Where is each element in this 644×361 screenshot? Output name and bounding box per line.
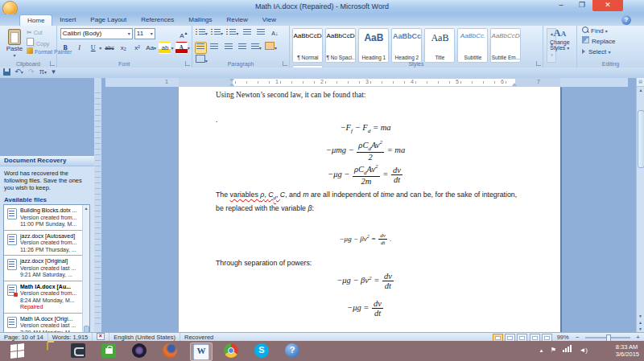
text-highlight-button[interactable]: ab [159, 42, 171, 54]
font-size-select[interactable]: 11▾ [134, 28, 155, 39]
underline-dropdown-icon[interactable]: ▾ [99, 46, 101, 51]
close-button[interactable]: ✕ [592, 0, 623, 11]
highlight-dropdown-icon[interactable]: ▾ [171, 46, 173, 51]
font-family-select[interactable]: Calibri (Body)▾ [60, 28, 133, 39]
style-subtitle[interactable]: AaBbCc.Subtitle [457, 28, 488, 63]
subscript-button[interactable]: x₂ [118, 42, 130, 54]
paste-button[interactable]: Paste ▾ [2, 27, 27, 64]
network-signal-icon[interactable] [563, 345, 572, 354]
redo-button[interactable]: ↷ [27, 68, 36, 77]
tab-home[interactable]: Home [19, 14, 52, 27]
horizontal-ruler[interactable]: 1 1 2 3 4 5 6 7 [105, 78, 628, 87]
list-item[interactable]: jazz.docx [Autosaved] Version created fr… [4, 231, 89, 256]
copy-button[interactable]: Copy [27, 38, 59, 47]
increase-indent-button[interactable] [255, 27, 267, 39]
line-spacing-button[interactable]: ▾ [250, 42, 262, 54]
justify-button[interactable] [236, 42, 248, 54]
font-color-button[interactable]: A [175, 42, 188, 54]
find-button[interactable]: Find ▾ [577, 26, 644, 36]
show-hidden-icons[interactable]: ▲ [539, 348, 544, 353]
skype-icon [254, 343, 269, 358]
help-icon[interactable]: ? [621, 15, 631, 25]
clipboard-dialog-launcher[interactable] [50, 61, 55, 66]
replace-button[interactable]: Replace [577, 36, 644, 47]
tor-browser-button[interactable] [129, 343, 150, 359]
tab-page-layout[interactable]: Page Layout [83, 14, 134, 26]
bullets-button[interactable]: ▾ [195, 27, 208, 39]
next-page-icon[interactable]: ▼ [637, 326, 644, 332]
decrease-indent-button[interactable] [241, 27, 253, 39]
paragraph-dialog-launcher[interactable] [283, 61, 287, 66]
restore-button[interactable]: ❐ [572, 0, 592, 11]
first-line-indent-marker[interactable] [229, 79, 234, 82]
start-button[interactable] [6, 343, 27, 359]
hanging-indent-marker[interactable] [229, 83, 234, 86]
right-indent-marker[interactable] [512, 83, 517, 86]
minimize-button[interactable]: – [551, 0, 572, 11]
superscript-button[interactable]: x² [131, 42, 143, 54]
format-painter-button[interactable]: Format Painter [27, 47, 59, 57]
vertical-scrollbar[interactable]: ▤ ▲ ▼ ▲ ▼ [636, 78, 644, 332]
multilevel-list-button[interactable]: ▾ [225, 27, 239, 39]
equation-button[interactable]: π▾ [38, 68, 48, 77]
style-heading1[interactable]: AaBHeading 1 [358, 28, 389, 63]
firefox-button[interactable] [159, 343, 180, 359]
help-app-button[interactable] [282, 343, 303, 359]
taskbar-clock[interactable]: 8:33 AM 3/6/2015 [616, 343, 639, 358]
equation-beta: −μg − βv2 = dvdt . [216, 233, 515, 246]
paste-dropdown-icon[interactable]: ▾ [3, 52, 26, 58]
font-dialog-launcher[interactable] [185, 61, 190, 66]
style-title[interactable]: AaBTitle [424, 28, 455, 63]
style-no-spacing[interactable]: AaBbCcDc¶ No Spaci... [325, 28, 356, 63]
select-button[interactable]: Select ▾ [577, 47, 644, 57]
ruler-toggle-icon[interactable]: ▤ [637, 78, 644, 87]
document-page[interactable]: Using Newton’s second law, it can be fou… [179, 87, 561, 332]
tab-view[interactable]: View [255, 14, 283, 26]
align-left-button[interactable] [195, 42, 207, 54]
dark-app-button[interactable] [68, 343, 89, 359]
save-icon[interactable] [3, 68, 10, 76]
zoom-slider[interactable] [585, 337, 630, 338]
scroll-thumb[interactable] [638, 110, 644, 168]
italic-button[interactable]: I [73, 42, 85, 54]
style-heading2[interactable]: AaBbCcHeading 2 [391, 28, 422, 63]
list-item[interactable]: jazz.docx [Original] Version created las… [4, 256, 89, 281]
ribbon-tab-row: Home Insert Page Layout References Maili… [0, 14, 644, 26]
file-explorer-button[interactable] [37, 343, 58, 359]
bold-button[interactable]: B [60, 42, 72, 54]
style-normal[interactable]: AaBbCcDc¶ Normal [292, 28, 323, 63]
volume-icon[interactable]: ◄) [579, 347, 588, 354]
list-item[interactable]: Building Blocks.dotx ... Version created… [4, 205, 89, 231]
strikethrough-button[interactable]: abc [104, 42, 116, 54]
store-button[interactable] [98, 343, 119, 359]
sort-button[interactable]: A↓ [269, 27, 281, 39]
list-item-selected[interactable]: Math IA.docx [Au... Version created from… [4, 281, 89, 314]
scroll-down-icon[interactable]: ▼ [637, 313, 644, 319]
align-center-button[interactable] [208, 42, 221, 54]
undo-button[interactable]: ↶▾ [13, 68, 25, 77]
scroll-up-icon[interactable]: ▲ [637, 87, 644, 93]
tab-mailings[interactable]: Mailings [181, 14, 219, 26]
change-case-button[interactable]: Aa▾ [145, 42, 157, 54]
cut-button[interactable]: ✂ Cut [27, 28, 59, 38]
align-right-button[interactable] [222, 42, 234, 54]
underline-button[interactable]: U [87, 42, 99, 54]
action-center-flag-icon[interactable]: ⚑ [551, 347, 556, 354]
previous-page-icon[interactable]: ▲ [637, 319, 644, 326]
chrome-button[interactable] [221, 343, 242, 359]
change-styles-button[interactable]: AA ChangeStyles ▾ [543, 26, 578, 68]
font-color-dropdown-icon[interactable]: ▾ [188, 46, 190, 51]
zoom-level[interactable]: 99% [557, 334, 569, 341]
tab-insert[interactable]: Insert [52, 14, 83, 26]
numbering-button[interactable]: ▾ [210, 27, 224, 39]
replace-icon [582, 36, 589, 43]
grow-font-button[interactable]: A▲ [178, 27, 190, 39]
styles-dialog-launcher[interactable] [536, 61, 541, 66]
tab-review[interactable]: Review [220, 14, 255, 26]
style-subtle-emphasis[interactable]: AaBbCcDcSubtle Em... [490, 28, 521, 63]
tab-references[interactable]: References [134, 14, 181, 26]
shading-button[interactable]: ▾ [264, 41, 278, 53]
word-taskbar-button-active[interactable] [190, 343, 213, 361]
skype-button[interactable] [251, 343, 272, 359]
qat-customize-button[interactable]: ▾ [50, 68, 57, 77]
